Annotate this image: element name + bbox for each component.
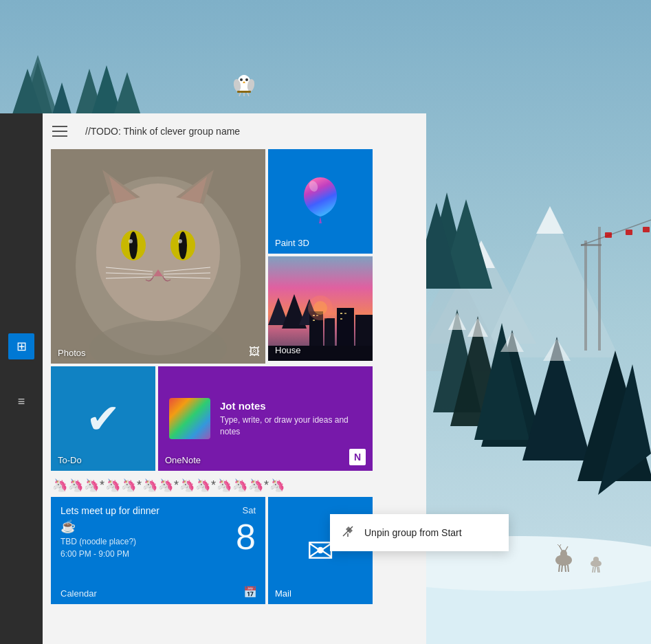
svg-rect-36	[643, 227, 650, 232]
paint3d-logo	[298, 174, 342, 229]
hamburger-line	[52, 131, 67, 132]
onenote-jot-desc: Type, write, or draw your ideas and note…	[220, 414, 362, 438]
svg-line-51	[595, 567, 595, 573]
calendar-event-time: 6:00 PM - 9:00 PM	[60, 549, 256, 559]
todo-label: To-Do	[58, 455, 82, 465]
sidebar-bottom-items: 📄 🖼 ⚙ ⏻	[8, 420, 34, 644]
sidebar-item-apps[interactable]: ≡	[8, 388, 34, 414]
hamburger-button[interactable]	[52, 120, 74, 142]
onenote-jot-title: Jot notes	[220, 400, 362, 412]
onenote-rainbow	[169, 398, 210, 439]
svg-rect-108	[344, 313, 346, 314]
calendar-day: Sat	[242, 505, 256, 515]
context-menu: Unpin group from Start	[330, 514, 509, 551]
photos-label: Photos	[58, 348, 85, 358]
group-title: //TODO: Think of clever group name	[85, 126, 240, 137]
calendar-event-title: Lets meet up for dinner	[60, 505, 256, 516]
svg-point-111	[313, 301, 327, 315]
svg-line-44	[559, 565, 560, 572]
todo-checkmark-icon: ✔	[86, 395, 120, 443]
right-column: Paint 3D	[268, 149, 373, 364]
tile-photos[interactable]: Photos 🖼	[51, 149, 265, 364]
svg-line-46	[565, 565, 566, 572]
emoji-row: 🦄🦄🦄*🦄🦄*🦄🦄*🦄🦄*🦄🦄🦄*🦄	[51, 474, 418, 497]
svg-line-50	[593, 567, 593, 573]
svg-rect-35	[626, 230, 632, 235]
calendar-inner: Sat Lets meet up for dinner ☕ TBD (noodl…	[51, 497, 265, 604]
svg-rect-107	[340, 313, 342, 314]
onenote-n-badge: N	[349, 449, 366, 465]
hamburger-line	[52, 135, 67, 137]
svg-point-57	[240, 78, 243, 81]
tile-paint3d[interactable]: Paint 3D	[268, 149, 373, 254]
mail-label: Mail	[275, 588, 291, 599]
photos-icon: 🖼	[249, 346, 260, 358]
calendar-date-number: 8	[236, 519, 256, 555]
svg-rect-109	[340, 318, 342, 320]
tiles-icon: ⊞	[16, 339, 27, 354]
svg-line-53	[599, 567, 599, 573]
svg-point-39	[560, 550, 567, 558]
svg-rect-62	[237, 91, 251, 93]
onenote-text: Jot notes Type, write, or draw your idea…	[220, 400, 362, 438]
svg-point-80	[129, 239, 133, 243]
tile-todo[interactable]: ✔ To-Do	[51, 366, 155, 471]
unpin-group-item[interactable]: Unpin group from Start	[330, 517, 509, 548]
sidebar: ⊞ ≡ 📄	[0, 113, 43, 644]
calendar-label: Calendar	[60, 588, 97, 599]
svg-rect-30	[584, 241, 587, 351]
svg-rect-34	[605, 232, 612, 238]
house-label: House	[275, 345, 301, 355]
tile-row-2: ✔ To-Do Jot notes Type, write, or draw y…	[51, 366, 418, 471]
tile-calendar[interactable]: Sat Lets meet up for dinner ☕ TBD (noodl…	[51, 497, 265, 604]
tile-onenote[interactable]: Jot notes Type, write, or draw your idea…	[158, 366, 373, 471]
svg-point-58	[245, 78, 248, 81]
svg-line-52	[597, 567, 598, 573]
tiles-area: Photos 🖼	[43, 149, 426, 644]
svg-point-49	[593, 557, 599, 562]
svg-rect-106	[313, 320, 315, 321]
svg-point-79	[179, 232, 187, 259]
start-menu-main: //TODO: Think of clever group name	[43, 113, 426, 644]
svg-line-47	[568, 565, 569, 572]
sidebar-top-items: ⊞ ≡	[8, 120, 34, 414]
unpin-icon	[341, 525, 355, 540]
onenote-icon-box	[169, 398, 210, 439]
hamburger-line	[52, 126, 67, 127]
tile-house[interactable]: House	[268, 256, 373, 361]
unpin-group-label: Unpin group from Start	[364, 527, 462, 538]
calendar-event-detail: TBD (noodle place?)	[60, 537, 256, 546]
paint3d-label: Paint 3D	[275, 238, 309, 248]
svg-point-81	[178, 239, 182, 243]
tile-row-1: Photos 🖼	[51, 149, 418, 364]
svg-line-45	[562, 565, 562, 572]
calendar-emoji: ☕	[60, 519, 256, 534]
calendar-icon: 📅	[243, 586, 257, 599]
svg-point-75	[96, 184, 220, 321]
onenote-label: OneNote	[165, 455, 201, 465]
svg-point-78	[129, 232, 137, 259]
top-bar: //TODO: Think of clever group name	[43, 113, 426, 149]
sidebar-item-tiles[interactable]: ⊞	[8, 333, 34, 359]
photos-image	[51, 149, 265, 364]
list-icon: ≡	[18, 395, 25, 409]
start-menu: ⊞ ≡ 📄	[0, 113, 426, 644]
